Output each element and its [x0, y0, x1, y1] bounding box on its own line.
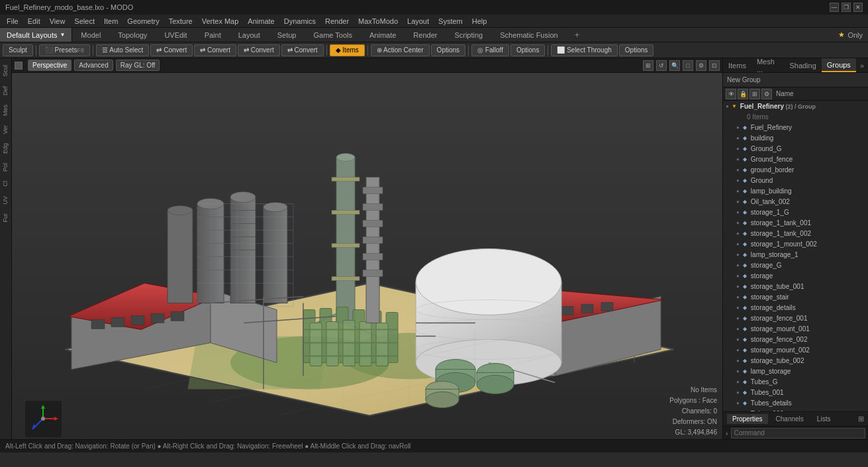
- lists-tab[interactable]: Lists: [812, 414, 836, 424]
- viewport[interactable]: Perspective Advanced Ray GL: Off ⊞ ↺ 🔍 □…: [12, 58, 722, 439]
- tree-item[interactable]: 0 Items: [723, 111, 868, 122]
- tab-uvedit[interactable]: UVEdit: [156, 28, 195, 42]
- sculpt-button[interactable]: Sculpt: [3, 44, 33, 56]
- convert-button-4[interactable]: ⇄ Convert: [281, 44, 324, 56]
- viewport-menu-icon[interactable]: [15, 62, 23, 70]
- menu-layout[interactable]: Layout: [403, 16, 433, 26]
- vp-icon-1[interactable]: ⊞: [643, 60, 653, 71]
- perspective-button[interactable]: Perspective: [28, 60, 72, 71]
- tab-topology[interactable]: Topology: [109, 28, 156, 42]
- tree-lock-btn[interactable]: 🔒: [738, 89, 748, 99]
- menu-texture[interactable]: Texture: [165, 16, 197, 26]
- tab-layout[interactable]: Layout: [230, 28, 269, 42]
- items-button[interactable]: ◆ Items: [330, 44, 365, 56]
- tree-item[interactable]: ●◆storage_tube_001: [723, 281, 868, 291]
- convert-button-1[interactable]: ⇄ Convert: [150, 44, 193, 56]
- tree-item[interactable]: ●◆lamp_storage: [723, 366, 868, 376]
- tree-item[interactable]: ●◆storage_1_G: [723, 207, 868, 217]
- left-tab-mesh[interactable]: Mes: [1, 101, 11, 120]
- options-button-2[interactable]: Options: [510, 44, 545, 56]
- menu-vertex-map[interactable]: Vertex Map: [198, 16, 243, 26]
- default-layouts-button[interactable]: Default Layouts ▼: [0, 28, 72, 42]
- tree-item[interactable]: ●◆storage: [723, 270, 868, 281]
- vp-icon-6[interactable]: ⊡: [709, 60, 720, 71]
- auto-select-button[interactable]: ☰ Auto Select: [96, 44, 149, 56]
- left-tab-sculpt[interactable]: Scul: [1, 61, 11, 81]
- tree-item[interactable]: ●◆storage_tube_002: [723, 355, 868, 366]
- tree-item[interactable]: ●▼Fuel_Refinery (2) / Group: [723, 101, 868, 111]
- tree-item[interactable]: ●◆Tubes_G: [723, 376, 868, 387]
- tree-item[interactable]: ●◆ground_border: [723, 164, 868, 175]
- tab-game-tools[interactable]: Game Tools: [305, 28, 361, 42]
- tree-eye-btn[interactable]: 👁: [726, 89, 736, 99]
- left-tab-ver[interactable]: Ver: [1, 121, 11, 138]
- select-through-button[interactable]: ⬜ Select Through: [551, 44, 617, 56]
- left-tab-cl[interactable]: Cl: [1, 177, 11, 191]
- menu-maxtomodo[interactable]: MaxToModo: [354, 16, 402, 26]
- menu-geometry[interactable]: Geometry: [123, 16, 163, 26]
- tree-item[interactable]: ●◆Tubes_details: [723, 397, 868, 408]
- tree-item[interactable]: ●◆building: [723, 132, 868, 143]
- new-group-label[interactable]: New Group: [727, 76, 761, 83]
- command-input[interactable]: [731, 428, 865, 439]
- vp-icon-5[interactable]: ⚙: [696, 60, 706, 71]
- action-center-button[interactable]: ⊕ Action Center: [371, 44, 430, 56]
- tree-item[interactable]: ●◆lamp_storage_1: [723, 249, 868, 260]
- bottom-expand-btn[interactable]: ⊞: [858, 415, 864, 423]
- tree-item[interactable]: ●◆Ground_G: [723, 143, 868, 154]
- vp-icon-4[interactable]: □: [683, 60, 693, 71]
- tree-item[interactable]: ●◆storage_G: [723, 260, 868, 270]
- tree-item[interactable]: ●◆storage_1_tank_001: [723, 217, 868, 228]
- tree-item[interactable]: ●◆storage_mount_001: [723, 323, 868, 334]
- falloff-button[interactable]: ◎ Falloff: [471, 44, 509, 56]
- convert-button-3[interactable]: ⇄ Convert: [238, 44, 280, 56]
- tree-item[interactable]: ●◆Oil_tank_002: [723, 196, 868, 207]
- left-tab-def[interactable]: Def: [1, 82, 11, 99]
- close-button[interactable]: ✕: [853, 3, 863, 12]
- tree-expand-btn[interactable]: ⊞: [749, 89, 760, 99]
- tree-item[interactable]: ●◆storage_1_mount_002: [723, 238, 868, 249]
- maximize-button[interactable]: ❐: [842, 3, 851, 12]
- menu-edit[interactable]: Edit: [24, 16, 44, 26]
- tree-item[interactable]: ●◆Fuel_Refinery: [723, 122, 868, 132]
- tree-item[interactable]: ●◆storage_mount_002: [723, 344, 868, 355]
- vp-icon-3[interactable]: 🔍: [669, 60, 680, 71]
- left-tab-poly[interactable]: Pol: [1, 159, 11, 176]
- left-tab-uv[interactable]: UV: [1, 192, 11, 209]
- options-button-3[interactable]: Options: [619, 44, 653, 56]
- menu-view[interactable]: View: [46, 16, 70, 26]
- menu-select[interactable]: Select: [70, 16, 99, 26]
- tab-mesh[interactable]: Mesh ...: [751, 58, 785, 72]
- vp-icon-2[interactable]: ↺: [656, 60, 667, 71]
- tab-schematic[interactable]: Schematic Fusion: [491, 28, 566, 42]
- tab-groups[interactable]: Groups: [822, 58, 856, 72]
- tree-item[interactable]: ●◆storage_1_tank_002: [723, 228, 868, 238]
- add-layout-button[interactable]: +: [569, 28, 585, 42]
- tab-setup[interactable]: Setup: [269, 28, 305, 42]
- viewport-canvas[interactable]: No Items Polygons : Face Channels: 0 Def…: [12, 73, 722, 439]
- menu-animate[interactable]: Animate: [244, 16, 278, 26]
- convert-button-2[interactable]: ⇄ Convert: [194, 44, 236, 56]
- menu-system[interactable]: System: [434, 16, 467, 26]
- scene-tree[interactable]: ●▼Fuel_Refinery (2) / Group0 Items●◆Fuel…: [723, 101, 868, 411]
- tab-paint[interactable]: Paint: [196, 28, 230, 42]
- tree-item[interactable]: ●◆Tubes_001: [723, 387, 868, 397]
- channels-tab[interactable]: Channels: [771, 414, 809, 424]
- right-panel-expand[interactable]: »: [856, 62, 868, 70]
- tree-item[interactable]: ●◆storage_fence_002: [723, 334, 868, 344]
- ray-gl-button[interactable]: Ray GL: Off: [116, 60, 160, 71]
- tab-scripting[interactable]: Scripting: [446, 28, 491, 42]
- tree-item[interactable]: ●◆storage_details: [723, 302, 868, 313]
- tree-item[interactable]: ●◆Ground_fence: [723, 154, 868, 164]
- tab-shading[interactable]: Shading: [784, 58, 821, 72]
- tab-animate[interactable]: Animate: [361, 28, 405, 42]
- tree-item[interactable]: ●◆storage_stair: [723, 291, 868, 302]
- tree-item[interactable]: ●◆Ground: [723, 175, 868, 185]
- star-only-filter[interactable]: ★ Only: [833, 30, 868, 39]
- options-button-1[interactable]: Options: [431, 44, 465, 56]
- presets-button[interactable]: ⬛ Presets F8: [39, 44, 90, 56]
- tree-item[interactable]: ●◆storage_fence_001: [723, 313, 868, 323]
- minimize-button[interactable]: —: [830, 3, 839, 12]
- menu-item[interactable]: Item: [100, 16, 122, 26]
- tree-item[interactable]: ●◆lamp_building: [723, 185, 868, 196]
